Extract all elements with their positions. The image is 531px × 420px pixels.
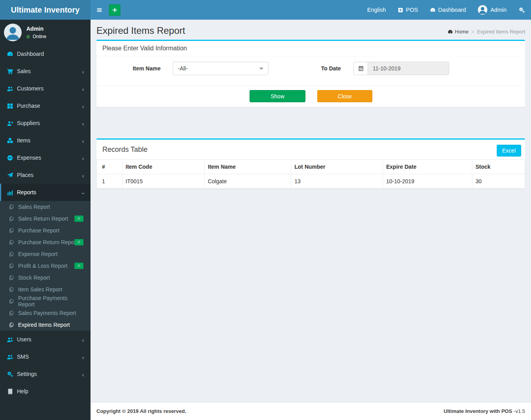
user-status[interactable]: Online xyxy=(26,34,46,39)
table-cell: 1 xyxy=(97,174,122,189)
sidebar-link-customers[interactable]: Customers xyxy=(0,80,91,97)
sidebar-item-label: Items xyxy=(17,137,81,144)
sidebar-item-sales: Sales xyxy=(0,63,91,80)
filter-form-row: Item Name -All- To Date xyxy=(96,56,525,86)
breadcrumb: Home > Expired Items Report xyxy=(448,29,525,36)
sidebar-link-dashboard[interactable]: Dashboard xyxy=(0,45,91,63)
submenu-item-label: Sales Payments Report xyxy=(18,310,76,316)
calendar-addon[interactable] xyxy=(353,62,368,75)
top-navbar: EnglishPOSDashboardAdmin xyxy=(91,0,531,20)
filter-box: Please Enter Valid Information Item Name… xyxy=(96,40,525,107)
records-heading: Records Table xyxy=(96,140,525,159)
table-header-row: #Item CodeItem NameLot NumberExpire Date… xyxy=(97,160,525,174)
submenu-item-purchase-report[interactable]: Purchase Report xyxy=(0,225,91,236)
online-dot-icon xyxy=(26,35,30,39)
to-date-group xyxy=(353,62,449,75)
column-header-expire-date: Expire Date xyxy=(383,160,472,174)
breadcrumb-separator: > xyxy=(471,29,474,35)
chevron-left-icon xyxy=(81,138,85,142)
sidebar-item-label: Suppliers xyxy=(17,120,81,126)
show-button[interactable]: Show xyxy=(250,90,305,102)
sidebar-link-sms[interactable]: SMS xyxy=(0,348,91,365)
submenu-item-purchase-payments-report[interactable]: Purchase Payments Report xyxy=(0,295,91,307)
dashboard-gauge-icon xyxy=(448,29,453,35)
submenu-item-label: Purchase Report xyxy=(18,227,59,234)
sidebar-link-suppliers[interactable]: Suppliers xyxy=(0,114,91,132)
sidebar-item-dashboard: Dashboard xyxy=(0,45,91,63)
breadcrumb-home-link[interactable]: Home xyxy=(448,29,469,35)
sidebar-item-customers: Customers xyxy=(0,80,91,97)
star-badge: ☆ xyxy=(74,216,83,222)
chevron-left-icon xyxy=(81,156,85,160)
submenu-item-item-sales-report[interactable]: Item Sales Report xyxy=(0,284,91,295)
column-header-item-code: Item Code xyxy=(122,160,205,174)
user-name: Admin xyxy=(26,26,46,32)
files-icon xyxy=(9,228,14,233)
excel-export-button[interactable]: Excel xyxy=(497,145,521,157)
navbar-right: EnglishPOSDashboardAdmin xyxy=(361,0,531,20)
submenu-item-label: Purchase Payments Report xyxy=(18,295,85,308)
close-button[interactable]: Close xyxy=(317,90,372,102)
nav-item-dashboard[interactable]: Dashboard xyxy=(424,0,472,20)
submenu-item-label: Expense Report xyxy=(18,251,57,257)
sidebar-item-label: Customers xyxy=(17,85,81,92)
grid-icon xyxy=(7,103,13,109)
submenu-item-label: Sales Return Report xyxy=(18,216,68,222)
sidebar-item-label: Sales xyxy=(17,68,81,74)
sidebar-link-sales[interactable]: Sales xyxy=(0,63,91,80)
submenu-item-expired-items-report[interactable]: Expired Items Report xyxy=(0,319,91,331)
nav-item-gears-icon[interactable] xyxy=(512,0,531,20)
submenu-item-label: Stock Report xyxy=(18,274,50,281)
minus-circle-icon xyxy=(7,155,13,161)
sidebar-link-places[interactable]: Places xyxy=(0,166,91,184)
to-date-input[interactable] xyxy=(368,62,449,75)
table-cell: IT0015 xyxy=(122,174,205,189)
sidebar-link-settings[interactable]: Settings xyxy=(0,365,91,383)
column-header-item-name: Item Name xyxy=(205,160,291,174)
item-name-label: Item Name xyxy=(96,65,161,72)
sidebar-item-users: Users xyxy=(0,331,91,348)
sidebar-link-help[interactable]: Help xyxy=(0,383,91,400)
nav-item-pos[interactable]: POS xyxy=(392,0,424,20)
sidebar-item-help: Help xyxy=(0,383,91,400)
sidebar-link-items[interactable]: Items xyxy=(0,132,91,149)
user-plus-icon xyxy=(7,120,13,127)
chevron-left-icon xyxy=(81,337,85,341)
app-logo[interactable]: Ultimate Inventory xyxy=(0,0,91,20)
sidebar-item-label: Reports xyxy=(17,189,81,195)
nav-item-admin[interactable]: Admin xyxy=(472,0,512,20)
nav-item-label: Admin xyxy=(490,7,507,13)
files-icon xyxy=(9,322,14,328)
submenu-item-sales-payments-report[interactable]: Sales Payments Report xyxy=(0,307,91,319)
tachometer-icon xyxy=(430,7,436,13)
sidebar-item-label: Users xyxy=(17,336,81,343)
submenu-item-sales-report[interactable]: Sales Report xyxy=(0,201,91,213)
submenu-item-stock-report[interactable]: Stock Report xyxy=(0,272,91,284)
sidebar-item-label: Help xyxy=(17,388,85,394)
nav-item-english[interactable]: English xyxy=(361,0,392,20)
book-icon xyxy=(7,388,13,395)
quick-add-button[interactable] xyxy=(109,4,120,16)
submenu-item-sales-return-report[interactable]: Sales Return Report☆ xyxy=(0,213,91,225)
submenu-item-expense-report[interactable]: Expense Report xyxy=(0,248,91,260)
submenu-item-profit-loss-report[interactable]: Profit & Loss Report☆ xyxy=(0,260,91,272)
item-name-select[interactable]: -All- xyxy=(173,62,268,75)
sidebar-link-purchase[interactable]: Purchase xyxy=(0,97,91,114)
user-panel: Admin Online xyxy=(0,20,91,45)
files-icon xyxy=(9,275,14,280)
files-icon xyxy=(9,263,14,269)
records-box: Records Table Excel #Item CodeItem NameL… xyxy=(96,138,525,189)
sidebar-link-users[interactable]: Users xyxy=(0,331,91,348)
app-root: Ultimate Inventory Admin Online Dashboar… xyxy=(0,0,531,420)
sidebar-toggle-button[interactable] xyxy=(91,0,108,20)
table-cell: Colgate xyxy=(205,174,291,189)
sidebar-item-label: Purchase xyxy=(17,103,81,109)
sidebar-item-label: Places xyxy=(17,172,81,178)
sidebar-item-label: Dashboard xyxy=(17,51,85,57)
plus-icon xyxy=(112,7,118,13)
table-cell: 10-10-2019 xyxy=(383,174,472,189)
content-header: Expired Items Report Home > Expired Item… xyxy=(96,20,525,40)
sidebar-link-reports[interactable]: Reports xyxy=(0,184,91,201)
submenu-item-purchase-return-report[interactable]: Purchase Return Report☆ xyxy=(0,236,91,248)
sidebar-link-expenses[interactable]: Expenses xyxy=(0,149,91,166)
